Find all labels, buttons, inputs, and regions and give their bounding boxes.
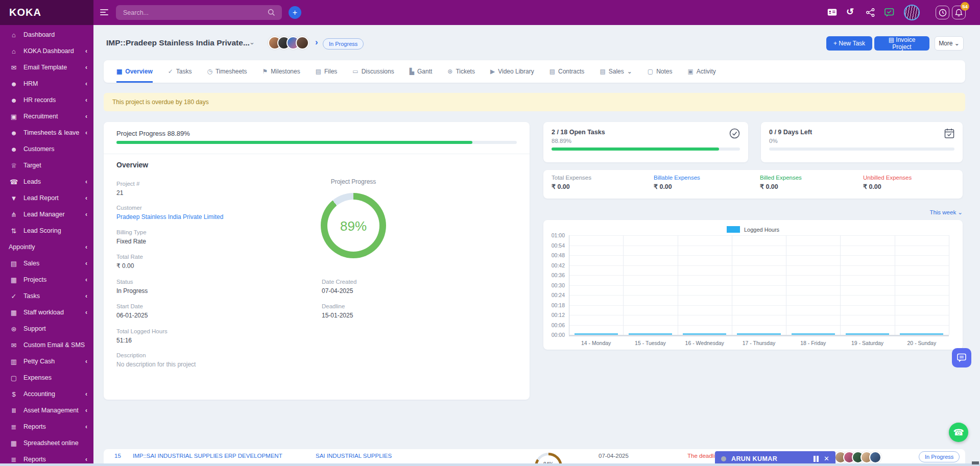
- sidebar-item-label: Appointly: [9, 243, 35, 251]
- logged-hours-bar[interactable]: [900, 333, 943, 335]
- sidebar-item-asset-management[interactable]: ⅢAsset Management‹: [0, 402, 93, 419]
- sidebar-item-label: Lead Report: [23, 194, 59, 202]
- tab-timesheets[interactable]: ◷Timesheets: [207, 60, 247, 83]
- expense-label: Total Expenses: [552, 175, 591, 181]
- sidebar-item-projects[interactable]: ▦Projects‹: [0, 272, 93, 288]
- y-axis-tick: 00:18: [544, 302, 565, 308]
- mail-icon: ✉: [9, 341, 19, 349]
- sidebar-item-lead-report[interactable]: ▼Lead Report‹: [0, 190, 93, 206]
- expense-unbilled-expenses: Unbilled Expenses₹ 0.00: [863, 175, 912, 190]
- project-title[interactable]: IMP::Pradeep Stainless India Private...: [106, 38, 250, 47]
- clock-button[interactable]: [936, 6, 949, 19]
- gridline: [569, 315, 949, 315]
- topbar: + ↺ 54: [93, 0, 980, 25]
- row-id[interactable]: 15: [114, 453, 121, 459]
- sidebar-item-lead-scoring[interactable]: ⇅Lead Scoring: [0, 223, 93, 239]
- tab-notes[interactable]: ▢Notes: [648, 60, 673, 83]
- sidebar-item-timesheets-leave[interactable]: ☻Timesheets & leave‹: [0, 125, 93, 141]
- logged-hours-bar[interactable]: [683, 333, 726, 335]
- open-tasks-progress-bar: [552, 148, 740, 151]
- history-icon[interactable]: ↺: [846, 6, 854, 17]
- sidebar-item-recruitment[interactable]: ▣Recruitment‹: [0, 108, 93, 125]
- sidebar-item-sales[interactable]: ▤Sales‹: [0, 255, 93, 272]
- tab-video-library[interactable]: ▶Video Library: [490, 60, 534, 83]
- close-icon[interactable]: ✕: [824, 455, 829, 462]
- sidebar-item-spreadsheet-online[interactable]: ▦Spreadsheet online: [0, 435, 93, 451]
- y-axis-tick: 00:24: [544, 292, 565, 298]
- tab-overview[interactable]: ▦Overview: [116, 60, 153, 83]
- tab-gantt[interactable]: ▙Gantt: [410, 60, 433, 83]
- sidebar-item-label: Projects: [23, 276, 46, 283]
- sidebar-item-staff-workload[interactable]: ▦Staff workload‹: [0, 304, 93, 321]
- logged-hours-bar[interactable]: [575, 333, 618, 335]
- logged-hours-bar[interactable]: [846, 333, 889, 335]
- share-icon[interactable]: [866, 8, 875, 19]
- report-icon: ≣: [9, 456, 19, 463]
- logged-hours-bar[interactable]: [629, 333, 672, 335]
- tab-sales[interactable]: ▤Sales⌄: [600, 60, 632, 83]
- avatar[interactable]: [296, 36, 309, 50]
- sidebar-item-label: Staff workload: [23, 309, 64, 316]
- chat-fab-button[interactable]: [952, 348, 971, 367]
- user-avatar[interactable]: [904, 5, 920, 20]
- whatsapp-button[interactable]: ☎: [949, 423, 968, 442]
- search-icon: [268, 9, 275, 18]
- sidebar-item-support[interactable]: ⊛Support: [0, 321, 93, 337]
- gridline: [569, 255, 949, 256]
- logged-hours-bar[interactable]: [792, 333, 835, 335]
- sidebar-item-lead-manager[interactable]: ⋔Lead Manager‹: [0, 206, 93, 223]
- main-content: IMP::Pradeep Stainless India Private... …: [93, 25, 980, 466]
- sidebar-item-label: Tasks: [23, 292, 40, 300]
- week-filter-dropdown[interactable]: This week ⌄: [921, 209, 963, 216]
- id-card-icon[interactable]: [827, 8, 837, 18]
- chat-check-icon[interactable]: [885, 8, 894, 19]
- tab-files[interactable]: ▤Files: [316, 60, 338, 83]
- horizontal-scrollbar[interactable]: [0, 463, 980, 466]
- tab-tickets[interactable]: ⊛Tickets: [447, 60, 475, 83]
- expense-value: ₹ 0.00: [654, 183, 700, 190]
- logged-hours-bar[interactable]: [737, 333, 780, 335]
- sidebar-item-leads[interactable]: ☎Leads‹: [0, 174, 93, 190]
- search-input[interactable]: [116, 5, 282, 20]
- gridline: [732, 235, 732, 335]
- sidebar-item-expenses[interactable]: ▢Expenses: [0, 370, 93, 386]
- sidebar-item-target[interactable]: ♕Target: [0, 157, 93, 174]
- tab-milestones[interactable]: ⚑Milestones: [262, 60, 300, 83]
- tab-label: Sales: [609, 68, 624, 75]
- sidebar-item-hr-records[interactable]: ☻HR records‹: [0, 92, 93, 108]
- avatar[interactable]: [869, 451, 881, 463]
- sidebar-item-custom-email-sms[interactable]: ✉Custom Email & SMS: [0, 337, 93, 353]
- overview-card: Project Progress 88.89% Overview Project…: [104, 122, 530, 400]
- sidebar-item-tasks[interactable]: ✓Tasks‹: [0, 288, 93, 304]
- add-button[interactable]: +: [289, 6, 301, 19]
- sidebar-item-email-template[interactable]: ✉Email Template‹: [0, 59, 93, 76]
- gridline: [786, 235, 786, 335]
- sidebar-toggle-icon[interactable]: [100, 9, 109, 17]
- tab-discussions[interactable]: ▭Discussions: [352, 60, 394, 83]
- sidebar-item-dashboard[interactable]: ⌂Dashboard: [0, 27, 93, 43]
- contract-icon: ▤: [549, 68, 555, 75]
- invoice-project-button[interactable]: ▤ Invoice Project: [874, 36, 929, 51]
- tab-activity[interactable]: ▣Activity: [688, 60, 716, 83]
- sidebar-item-petty-cash[interactable]: ▥Petty Cash‹: [0, 353, 93, 370]
- row-project-name[interactable]: IMP::SAI INDUSTRIAL SUPPLIES ERP DEVELOP…: [133, 453, 282, 459]
- sidebar-item-reports[interactable]: ≣Reports‹: [0, 419, 93, 435]
- sidebar-item-hrm[interactable]: ☻HRM‹: [0, 76, 93, 92]
- people-icon: ☻: [9, 96, 19, 104]
- sidebar-item-accounting[interactable]: $Accounting‹: [0, 386, 93, 402]
- chevron-left-icon: ‹: [85, 423, 87, 430]
- field-label-total-logged-hours: Total Logged Hours: [116, 328, 168, 334]
- field-label-total-rate: Total Rate: [116, 254, 143, 260]
- sidebar-item-customers[interactable]: ☻Customers: [0, 141, 93, 157]
- chevron-down-icon[interactable]: ⌄: [249, 38, 255, 46]
- window-layout-icon[interactable]: [814, 456, 819, 462]
- row-customer[interactable]: SAI INDUSTRIAL SUPPLIES: [316, 453, 392, 459]
- more-button[interactable]: More ⌄: [935, 36, 964, 51]
- tab-contracts[interactable]: ▤Contracts: [549, 60, 585, 83]
- sidebar-item-koka-dashboard[interactable]: ⌂KOKA Dashboard‹: [0, 43, 93, 59]
- sidebar-item-appointly[interactable]: Appointly‹: [0, 239, 93, 255]
- tab-tasks[interactable]: ✓Tasks: [168, 60, 192, 83]
- field-value-customer[interactable]: Pradeep Stainless India Private Limited: [116, 213, 223, 220]
- new-task-button[interactable]: + New Task: [826, 36, 872, 51]
- chevron-right-icon[interactable]: ›: [315, 37, 318, 47]
